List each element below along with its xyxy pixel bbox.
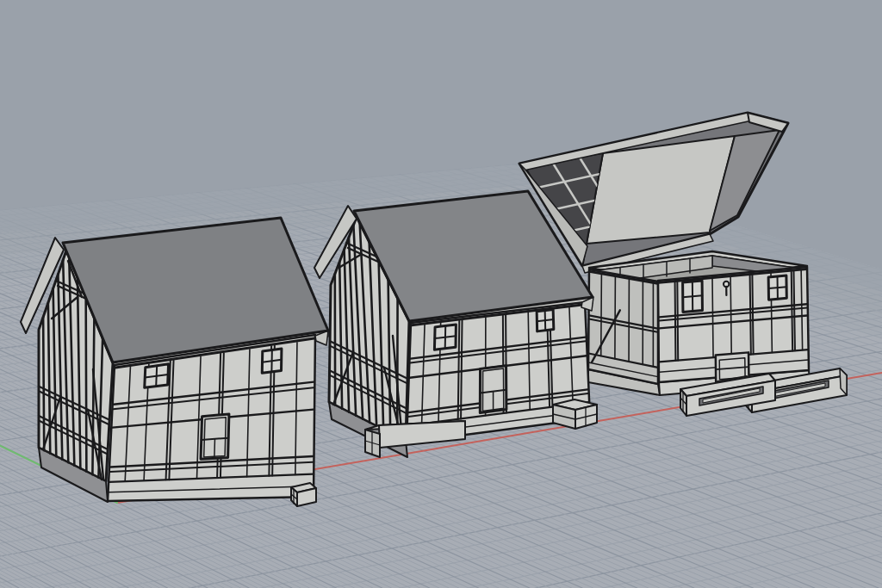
house-model-left[interactable]	[21, 218, 328, 506]
viewport[interactable]	[0, 0, 882, 588]
scene-canvas[interactable]	[0, 0, 882, 588]
